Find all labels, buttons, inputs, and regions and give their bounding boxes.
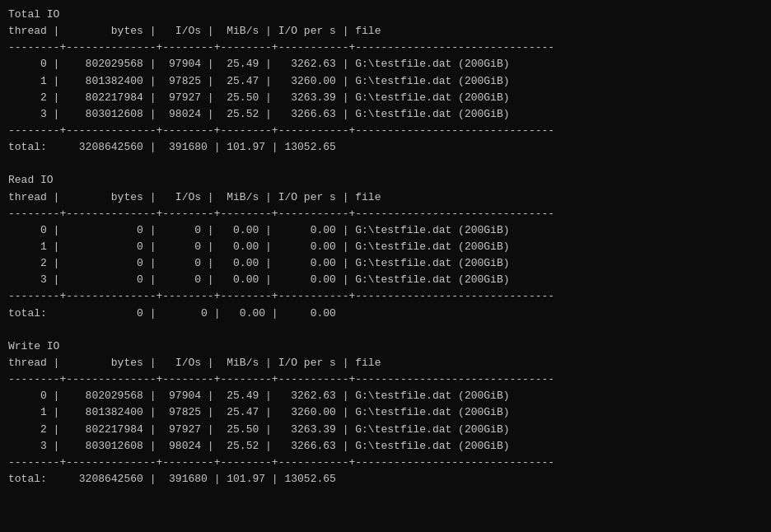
section-read-io: Read IO thread | bytes | I/Os | MiB/s | …: [8, 172, 763, 338]
terminal-output: Total IO thread | bytes | I/Os | MiB/s |…: [8, 7, 763, 504]
section-total-io: Total IO thread | bytes | I/Os | MiB/s |…: [8, 7, 763, 172]
section-write-io: Write IO thread | bytes | I/Os | MiB/s |…: [8, 338, 763, 504]
